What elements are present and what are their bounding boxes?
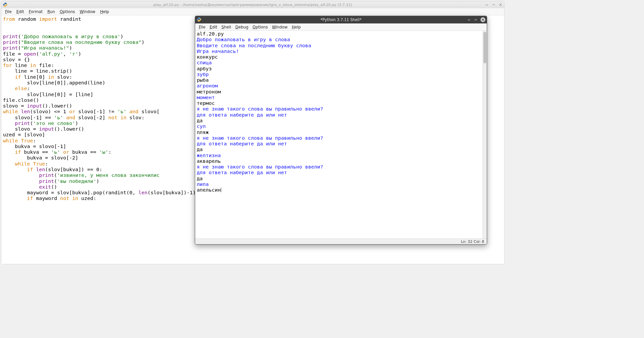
- menu-options[interactable]: Options: [251, 24, 270, 30]
- scrollbar-thumb[interactable]: [483, 32, 486, 63]
- scrollbar[interactable]: [483, 31, 487, 239]
- editor-titlebar[interactable]: play_alf.20.py - /home/sasha/Документы/п…: [1, 1, 504, 8]
- editor-menubar: FileEditFormatRunOptionsWindowHelp: [1, 8, 504, 15]
- minimize-icon[interactable]: [485, 2, 489, 7]
- menu-help[interactable]: Help: [290, 24, 303, 30]
- menu-shell[interactable]: Shell: [219, 24, 233, 30]
- menu-edit[interactable]: Edit: [14, 9, 26, 15]
- shell-window: *Python 3.7.11 Shell* FileEditShellDebug…: [195, 16, 487, 245]
- menu-help[interactable]: Help: [98, 9, 111, 15]
- minimize-icon[interactable]: [467, 18, 471, 22]
- python-icon: [3, 2, 8, 7]
- shell-statusbar: Ln: 32 Col: 8: [195, 239, 487, 244]
- shell-content[interactable]: alf.20.py Добро пожаловать в игру в слов…: [195, 31, 487, 193]
- close-icon[interactable]: [481, 17, 485, 22]
- maximize-icon[interactable]: [492, 2, 496, 7]
- menu-debug[interactable]: Debug: [233, 24, 250, 30]
- close-icon[interactable]: [498, 2, 503, 7]
- menu-format[interactable]: Format: [26, 9, 45, 15]
- menu-run[interactable]: Run: [45, 9, 57, 15]
- menu-window[interactable]: Window: [270, 24, 290, 30]
- maximize-icon[interactable]: [474, 18, 478, 22]
- shell-title: *Python 3.7.11 Shell*: [195, 18, 487, 22]
- python-icon: [197, 17, 201, 22]
- shell-output[interactable]: alf.20.py Добро пожаловать в игру в слов…: [195, 31, 487, 239]
- menu-edit[interactable]: Edit: [208, 24, 219, 30]
- menu-file[interactable]: File: [197, 24, 207, 30]
- editor-title: play_alf.20.py - /home/sasha/Документы/п…: [1, 2, 504, 7]
- shell-titlebar[interactable]: *Python 3.7.11 Shell*: [195, 16, 487, 23]
- menu-file[interactable]: File: [3, 9, 14, 15]
- menu-window[interactable]: Window: [77, 9, 97, 15]
- cursor-position: Ln: 32 Col: 8: [461, 240, 484, 244]
- menu-options[interactable]: Options: [58, 9, 77, 15]
- shell-menubar: FileEditShellDebugOptionsWindowHelp: [195, 23, 487, 31]
